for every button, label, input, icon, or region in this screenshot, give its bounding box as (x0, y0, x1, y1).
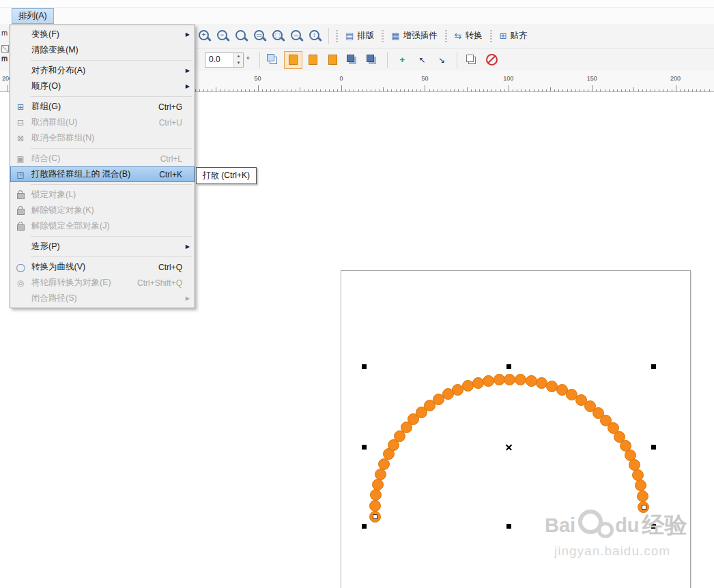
blend-dot[interactable] (372, 479, 384, 490)
menu-item[interactable]: ⊞群组(G)Ctrl+G (10, 99, 195, 115)
zoom-out-icon[interactable]: − (215, 28, 232, 44)
ruler-tick (358, 89, 359, 91)
zoom-all-objects-icon[interactable]: ▭ (252, 28, 269, 44)
ruler-tick (463, 89, 463, 91)
toolbar-drag-handle[interactable] (336, 30, 338, 42)
page-middle-button[interactable] (304, 51, 322, 69)
title-bar-fragment (0, 0, 714, 8)
menu-item[interactable]: 清除变换(M) (10, 42, 195, 58)
magnifier-lens (235, 30, 246, 40)
ruler-tick (337, 89, 338, 91)
copy-properties-button[interactable] (463, 51, 481, 69)
order-front-button[interactable] (343, 51, 362, 69)
menu-item-shortcut: Ctrl+K (159, 170, 193, 179)
plugins-button[interactable]: ▦增强插件 (386, 27, 442, 44)
cursor-down-icon: ↘ (438, 55, 445, 65)
convert-button[interactable]: ⇆转换 (450, 27, 487, 44)
zoom-to-width-icon[interactable]: ↔ (289, 28, 306, 44)
menu-item[interactable]: 造形(P)▶ (10, 239, 195, 254)
selection-handle[interactable] (506, 364, 511, 369)
blend-dot[interactable] (526, 375, 537, 387)
order-back-button[interactable] (363, 51, 382, 69)
ruler-tick (558, 89, 559, 91)
layout-button[interactable]: ▤排版 (341, 27, 379, 44)
blend-dot[interactable] (504, 374, 515, 385)
menu-item[interactable]: ◳打散路径群组上的 混合(B)Ctrl+K (10, 166, 195, 182)
selection-handle[interactable] (506, 524, 511, 529)
selection-handle[interactable] (362, 524, 367, 529)
ruler-tick (446, 89, 446, 91)
zoom-selected-icon[interactable] (233, 28, 251, 44)
ruler-tick (216, 87, 216, 91)
ruler-tick (684, 89, 685, 91)
ruler-tick (274, 89, 275, 91)
menu-item[interactable]: 对齐和分布(A)▶ (10, 63, 195, 78)
ruler-tick (254, 89, 255, 91)
toolbar-drag-handle[interactable] (445, 30, 447, 42)
ruler-tick (208, 89, 208, 91)
ruler-tick (554, 89, 555, 91)
menu-separator (31, 236, 192, 237)
angle-of-rotation-input[interactable]: 0.0 ▲▼ (205, 53, 244, 68)
angle-value[interactable]: 0.0 (205, 53, 233, 67)
ruler-tick (542, 89, 543, 91)
ruler-tick (438, 89, 438, 91)
layout-icon: ▤ (345, 31, 354, 40)
page-end-button[interactable] (324, 51, 342, 69)
toolbar-drag-handle[interactable] (490, 30, 492, 42)
blend-dot[interactable] (369, 500, 381, 512)
blend-dot[interactable] (483, 375, 494, 387)
blend-dot[interactable] (637, 490, 648, 502)
blend-end-node[interactable] (373, 514, 377, 519)
mirror-button[interactable] (264, 51, 283, 69)
layout-button-label: 排版 (357, 30, 374, 42)
ruler-tick (433, 89, 434, 91)
selection-handle[interactable] (651, 364, 656, 369)
ruler-tick (212, 89, 212, 91)
menu-item: ◎将轮廓转换为对象(E)Ctrl+Shift+Q (10, 275, 195, 291)
cursor-up-icon: ↖ (418, 55, 425, 65)
blend-dot[interactable] (472, 377, 484, 389)
page-start-button[interactable] (284, 51, 302, 69)
angle-spinner[interactable]: ▲▼ (233, 53, 243, 67)
blend-dot[interactable] (462, 380, 474, 392)
ruler-tick (696, 89, 697, 91)
ruler-tick (404, 89, 405, 91)
ruler-tick (241, 89, 242, 91)
selection-handle[interactable] (651, 445, 656, 450)
menu-item: ⊟取消群组(U)Ctrl+U (10, 115, 195, 130)
add-object-button[interactable]: + (393, 51, 412, 69)
selection-handle[interactable] (362, 445, 367, 450)
pick-start-button[interactable]: ↖ (413, 51, 431, 69)
zoom-to-height-icon[interactable]: ↕ (307, 28, 324, 44)
ruler-tick (341, 85, 342, 91)
blend-end-node[interactable] (642, 505, 646, 510)
blend-dot[interactable] (494, 374, 505, 385)
blend-dot[interactable] (375, 469, 386, 480)
submenu-arrow-icon: ▶ (186, 31, 190, 38)
toolbar-drag-handle[interactable] (382, 30, 384, 42)
no-fill-button[interactable] (483, 51, 501, 69)
menu-item-label: 将轮廓转换为对象(E) (29, 277, 137, 289)
zoom-in-icon[interactable]: + (197, 28, 214, 44)
menu-separator (31, 184, 192, 185)
unlock-all-icon (12, 221, 29, 232)
ruler-tick (680, 89, 681, 91)
snap-button-label: 贴齐 (510, 30, 527, 42)
zoom-to-page-icon[interactable]: ⬚ (270, 28, 287, 44)
ruler-tick (692, 89, 693, 91)
menu-item[interactable]: 顺序(O)▶ (10, 78, 195, 94)
toolbar-separator (387, 52, 388, 68)
ruler-tick (258, 85, 259, 91)
menu-item-label: 取消全部群组(N) (29, 132, 193, 144)
selection-handle[interactable] (362, 364, 367, 369)
menu-item[interactable]: 变换(F)▶ (10, 27, 195, 42)
copy-icon (466, 55, 474, 62)
submenu-arrow-icon: ▶ (186, 244, 190, 250)
snap-button[interactable]: ⊞贴齐 (495, 27, 532, 44)
pick-end-button[interactable]: ↘ (433, 51, 451, 69)
menu-item: 锁定对象(L) (10, 187, 195, 203)
magnifier-lens: ↕ (309, 30, 319, 40)
arrange-menu-title[interactable]: 排列(A) (12, 8, 54, 24)
menu-item[interactable]: ◯转换为曲线(V)Ctrl+Q (10, 259, 195, 275)
